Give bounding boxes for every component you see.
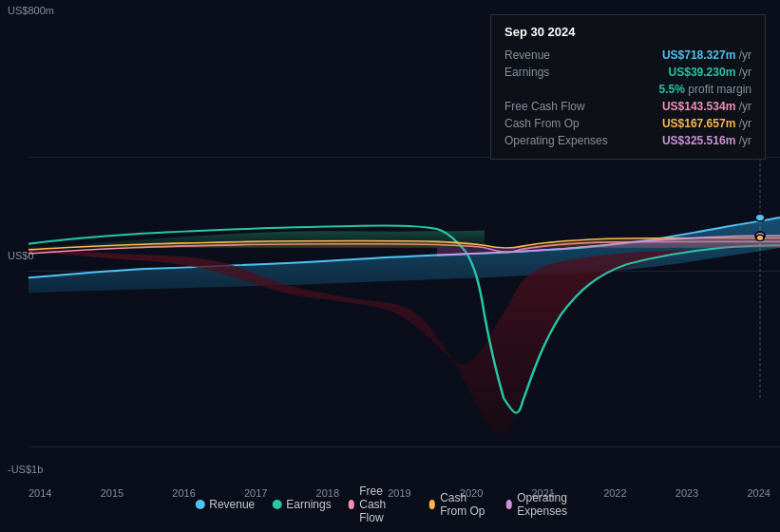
x-label-2024: 2024 [747,487,770,499]
tooltip-value-earnings: US$39.230m /yr [669,66,751,79]
tooltip-row-earnings: Earnings US$39.230m /yr [504,64,751,81]
tooltip-row-fcf: Free Cash Flow US$143.534m /yr [504,98,751,115]
tooltip-box: Sep 30 2024 Revenue US$718.327m /yr Earn… [490,14,766,160]
tooltip-row-cashop: Cash From Op US$167.657m /yr [504,115,751,132]
x-label-2015: 2015 [101,487,124,499]
legend-dot-revenue [195,500,204,509]
chart-container: Sep 30 2024 Revenue US$718.327m /yr Earn… [0,0,780,532]
legend-dot-cashop [429,500,436,509]
legend-item-revenue[interactable]: Revenue [195,498,255,511]
tooltip-value-opex: US$325.516m /yr [662,134,751,147]
tooltip-value-cashop: US$167.657m /yr [662,117,751,130]
tooltip-row-margin: 5.5% profit margin [504,81,751,98]
legend-item-earnings[interactable]: Earnings [272,498,331,511]
tooltip-label-cashop: Cash From Op [504,117,609,130]
x-label-2022: 2022 [603,487,626,499]
tooltip-value-revenue: US$718.327m /yr [662,48,751,62]
legend-label-cashop: Cash From Op [440,491,488,518]
legend-item-cashop[interactable]: Cash From Op [429,491,489,518]
tooltip-date: Sep 30 2024 [504,25,751,39]
x-label-2023: 2023 [675,487,698,499]
legend-label-revenue: Revenue [209,498,255,511]
y-label-top: US$800m [8,5,54,16]
legend-item-fcf[interactable]: Free Cash Flow [349,484,412,524]
tooltip-value-fcf: US$143.534m /yr [662,100,751,113]
cashop-dot [756,235,764,240]
legend-dot-fcf [349,500,355,509]
tooltip-label-fcf: Free Cash Flow [504,100,609,113]
legend-item-opex[interactable]: Operating Expenses [506,491,585,518]
legend-label-opex: Operating Expenses [517,491,585,518]
tooltip-label-opex: Operating Expenses [504,134,609,147]
legend-dot-opex [506,500,513,509]
x-label-2014: 2014 [29,487,51,499]
tooltip-value-margin: 5.5% profit margin [659,83,751,96]
x-label-2016: 2016 [172,487,195,499]
legend-label-earnings: Earnings [286,498,331,511]
tooltip-label-revenue: Revenue [504,48,609,62]
tooltip-row-opex: Operating Expenses US$325.516m /yr [504,132,751,149]
tooltip-label-earnings: Earnings [504,66,609,79]
legend-dot-earnings [272,500,281,509]
revenue-dot [755,214,765,221]
legend: Revenue Earnings Free Cash Flow Cash Fro… [195,484,585,524]
legend-label-fcf: Free Cash Flow [359,484,411,524]
chart-svg [0,142,780,466]
tooltip-row-revenue: Revenue US$718.327m /yr [504,47,751,64]
